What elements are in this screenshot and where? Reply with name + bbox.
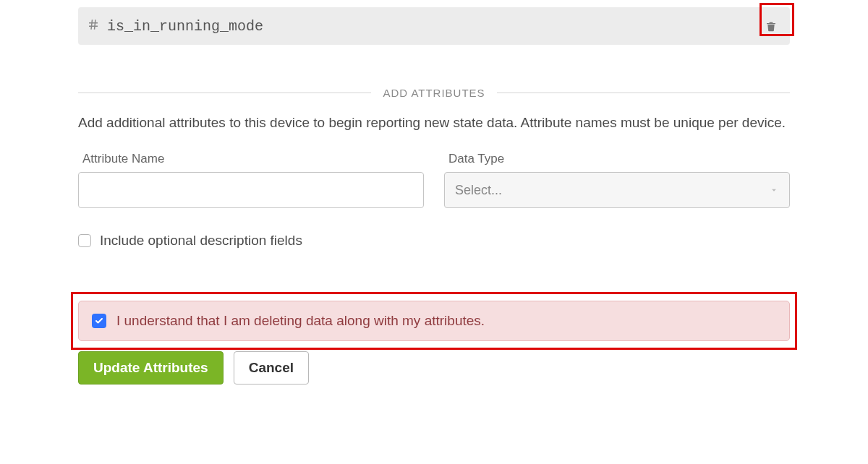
- optional-description-label[interactable]: Include optional description fields: [100, 233, 302, 249]
- attribute-name-label: Attribute Name: [82, 152, 424, 166]
- optional-description-checkbox[interactable]: [78, 234, 91, 247]
- section-heading: ADD ATTRIBUTES: [371, 87, 496, 99]
- attribute-name-input[interactable]: [78, 172, 424, 208]
- attribute-name: is_in_running_mode: [107, 18, 263, 35]
- section-divider: ADD ATTRIBUTES: [78, 87, 790, 99]
- delete-attribute-button[interactable]: [761, 20, 781, 33]
- section-description: Add additional attributes to this device…: [78, 112, 790, 133]
- chevron-down-icon: [769, 185, 779, 195]
- delete-confirm-label[interactable]: I understand that I am deleting data alo…: [116, 313, 485, 329]
- data-type-select[interactable]: Select...: [444, 172, 790, 208]
- data-type-selected: Select...: [455, 183, 502, 198]
- trash-icon: [765, 20, 777, 33]
- hash-icon: [87, 18, 100, 35]
- update-attributes-button[interactable]: Update Attributes: [78, 351, 224, 384]
- check-icon: [95, 317, 103, 325]
- delete-confirm-banner: I understand that I am deleting data alo…: [78, 301, 790, 341]
- attribute-row: is_in_running_mode: [78, 7, 790, 45]
- delete-confirm-checkbox[interactable]: [92, 314, 106, 328]
- data-type-label: Data Type: [448, 152, 790, 166]
- svg-line-3: [95, 20, 96, 30]
- svg-line-2: [91, 20, 93, 30]
- cancel-button[interactable]: Cancel: [234, 351, 309, 384]
